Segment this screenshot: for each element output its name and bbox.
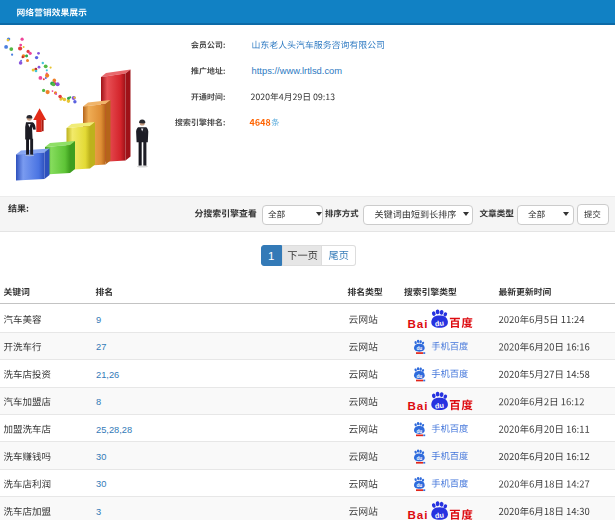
- svg-text:du: du: [416, 429, 422, 434]
- svg-text:3: 3: [96, 507, 101, 517]
- svg-text:27: 27: [96, 342, 106, 352]
- svg-text:Bai: Bai: [408, 508, 429, 520]
- svg-text:9: 9: [96, 315, 101, 325]
- svg-text:du: du: [434, 510, 445, 520]
- svg-text:1: 1: [268, 250, 274, 262]
- svg-text:8: 8: [96, 397, 101, 407]
- svg-text:30: 30: [96, 452, 106, 462]
- svg-text:du: du: [434, 401, 445, 411]
- svg-text:Bai: Bai: [408, 399, 429, 412]
- svg-text:du: du: [416, 346, 422, 351]
- svg-text:25,28,28: 25,28,28: [96, 425, 132, 435]
- svg-text:du: du: [434, 318, 445, 328]
- svg-text:du: du: [416, 483, 422, 488]
- svg-text:du: du: [416, 374, 422, 379]
- svg-text:21,26: 21,26: [96, 370, 119, 380]
- svg-text:30: 30: [96, 479, 106, 489]
- svg-text:Bai: Bai: [408, 317, 429, 330]
- svg-text:https://www.lrtlsd.com: https://www.lrtlsd.com: [252, 65, 343, 76]
- svg-text:du: du: [416, 456, 422, 461]
